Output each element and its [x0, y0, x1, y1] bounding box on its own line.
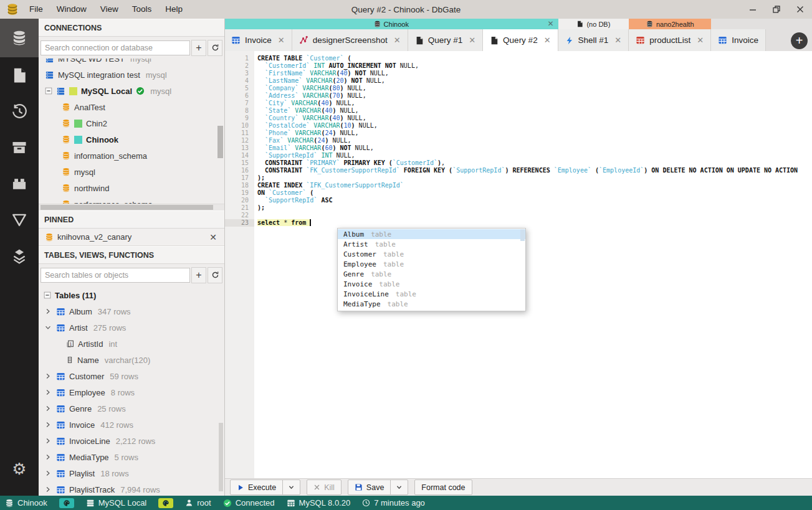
chevron-right-icon[interactable] [44, 389, 52, 395]
close-tab-icon[interactable]: ✕ [697, 35, 704, 45]
autocomplete-scrollbar[interactable] [520, 229, 525, 241]
minimize-button[interactable] [748, 5, 757, 14]
autocomplete-item-customer[interactable]: Customertable [338, 249, 525, 259]
table-row[interactable]: Invoice412 rows [39, 417, 224, 433]
connection-item[interactable]: MYSQL WD TESTmysql [39, 59, 224, 67]
autocomplete-item-artist[interactable]: Artisttable [338, 239, 525, 249]
autocomplete-item-employee[interactable]: Employeetable [338, 259, 525, 269]
tables-search-input[interactable] [41, 268, 190, 283]
autocomplete-item-genre[interactable]: Genretable [338, 269, 525, 279]
tab-invoice[interactable]: Invoice [711, 29, 766, 51]
activity-archive[interactable] [0, 130, 39, 166]
activity-settings[interactable]: ⚙ [0, 451, 39, 487]
close-button[interactable] [796, 5, 805, 14]
close-tab-icon[interactable]: ✕ [469, 35, 475, 45]
close-tab-icon[interactable]: ✕ [394, 35, 401, 45]
table-row[interactable]: PlaylistTrack7,994 rows [39, 481, 224, 496]
table-row[interactable]: Namevarchar(120) [39, 352, 224, 368]
table-row[interactable]: InvoiceLine2,212 rows [39, 433, 224, 449]
table-row[interactable]: Customer59 rows [39, 368, 224, 384]
activity-cell-data[interactable] [0, 238, 39, 274]
activity-files[interactable] [0, 57, 39, 93]
close-tab-icon[interactable]: ✕ [614, 35, 621, 45]
sql-editor[interactable]: 1234567891011121314151617181920212223 CR… [224, 51, 812, 478]
format-code-button[interactable]: Format code [415, 480, 471, 494]
save-button[interactable]: Save [348, 480, 391, 494]
close-tab-icon[interactable]: ✕ [544, 35, 551, 45]
connection-item[interactable]: MySQL integration testmysql [39, 67, 224, 83]
table-row[interactable]: Playlist18 rows [39, 465, 224, 481]
chevron-right-icon[interactable] [44, 308, 52, 314]
connection-item[interactable]: Chinook [39, 131, 224, 148]
table-row[interactable]: 1ArtistIdint [39, 336, 224, 352]
tab-query-2[interactable]: Query #2✕ [483, 29, 558, 51]
chevron-right-icon[interactable] [44, 438, 52, 444]
tab-designerscreenshot[interactable]: designerScreenshot✕ [292, 29, 408, 51]
activity-query-designer[interactable] [0, 202, 39, 238]
tab-shell-1[interactable]: Shell #1✕ [558, 29, 629, 51]
kill-button[interactable]: Kill [307, 480, 341, 494]
table-row[interactable]: Artist275 rows [39, 319, 224, 336]
database-color-badge[interactable] [59, 498, 74, 508]
maximize-button[interactable] [772, 5, 781, 14]
chevron-right-icon[interactable] [44, 470, 52, 476]
chevron-right-icon[interactable] [44, 373, 52, 379]
new-tab-button[interactable]: + [791, 32, 808, 49]
menu-window[interactable]: Window [50, 0, 93, 19]
menu-tools[interactable]: Tools [125, 0, 159, 19]
activity-plugins[interactable] [0, 166, 39, 202]
connection-item[interactable]: information_schema [39, 148, 224, 164]
tab-group-header[interactable]: Chinook✕ [224, 19, 558, 29]
connection-item[interactable]: Chin2 [39, 115, 224, 131]
autocomplete-item-invoiceline[interactable]: InvoiceLinetable [338, 289, 525, 299]
tab-group-header[interactable]: nano2health [629, 19, 711, 29]
table-row[interactable]: Employee8 rows [39, 384, 224, 400]
connection-item[interactable]: performance_schema [39, 196, 224, 204]
chevron-right-icon[interactable] [44, 486, 52, 493]
editor-code[interactable]: CREATE TABLE `Customer` ( `CustomerId` I… [254, 51, 812, 478]
refresh-connections-button[interactable] [208, 40, 222, 56]
unpin-close-icon[interactable]: ✕ [209, 232, 217, 242]
menu-help[interactable]: Help [158, 0, 189, 19]
menu-file[interactable]: File [22, 0, 50, 19]
tab-query-1[interactable]: Query #1✕ [408, 29, 483, 51]
connections-search-input[interactable] [41, 40, 190, 55]
tables-group-row[interactable]: Tables (11) [39, 287, 224, 303]
refresh-tables-button[interactable] [208, 267, 222, 283]
connection-item[interactable]: mysql [39, 164, 224, 180]
tab-group-header[interactable]: (no DB) [558, 19, 629, 29]
status-connection[interactable]: MySQL Local [86, 498, 147, 508]
connections-horizontal-scrollbar[interactable] [39, 204, 224, 210]
menu-view[interactable]: View [93, 0, 125, 19]
connection-item[interactable]: AnalTest [39, 99, 224, 115]
autocomplete-item-mediatype[interactable]: MediaTypetable [338, 299, 525, 309]
pinned-item[interactable]: knihovna_v2_canary✕ [39, 229, 224, 246]
tab-invoice[interactable]: Invoice✕ [224, 29, 292, 51]
add-connection-button[interactable]: + [191, 40, 206, 56]
close-tab-icon[interactable]: ✕ [278, 35, 285, 45]
add-table-button[interactable]: + [191, 267, 206, 283]
table-row[interactable]: Album347 rows [39, 303, 224, 319]
execute-button[interactable]: Execute [231, 480, 282, 494]
table-row[interactable]: MediaType5 rows [39, 449, 224, 465]
tab-group-header[interactable] [711, 19, 766, 29]
activity-databases[interactable] [0, 19, 39, 57]
chevron-right-icon[interactable] [44, 422, 52, 428]
table-row[interactable]: Genre25 rows [39, 400, 224, 417]
connection-color-badge[interactable] [158, 498, 173, 508]
connection-item[interactable]: northwind [39, 180, 224, 196]
collapse-expander-icon[interactable] [45, 87, 52, 95]
connections-vertical-scrollbar[interactable] [217, 126, 223, 158]
chevron-right-icon[interactable] [44, 405, 52, 412]
tables-vertical-scrollbar[interactable] [219, 423, 223, 491]
save-dropdown-button[interactable] [391, 480, 408, 494]
collapse-expander-icon[interactable] [44, 291, 51, 299]
close-group-icon[interactable]: ✕ [547, 19, 553, 28]
chevron-right-icon[interactable] [44, 454, 52, 460]
chevron-down-icon[interactable] [44, 324, 52, 331]
connection-item[interactable]: MySQL Localmysql [39, 83, 224, 99]
autocomplete-item-invoice[interactable]: Invoicetable [338, 279, 525, 289]
tab-productlist[interactable]: productList✕ [629, 29, 711, 51]
status-database[interactable]: Chinook [5, 498, 47, 508]
execute-dropdown-button[interactable] [283, 480, 300, 494]
